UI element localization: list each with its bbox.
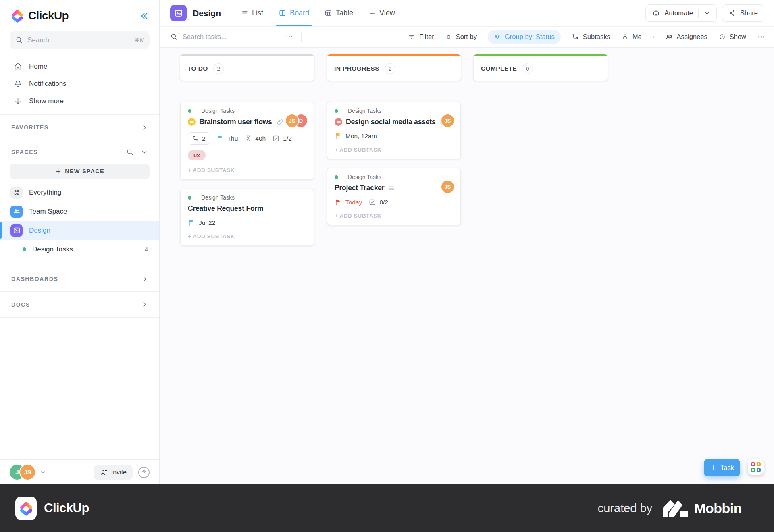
mobbin-name: Mobbin bbox=[694, 501, 742, 516]
column-in-progress: IN PROGRESS 2 Design Tasks Design social bbox=[327, 54, 461, 225]
show-button[interactable]: Show bbox=[718, 33, 746, 41]
task-search[interactable] bbox=[170, 33, 293, 41]
avatar[interactable]: JS bbox=[19, 464, 36, 480]
subtasks-label: Subtasks bbox=[583, 33, 610, 41]
card-assignees[interactable]: JS bbox=[441, 114, 455, 128]
sidebar-item-design[interactable]: Design bbox=[0, 221, 159, 240]
app-dot bbox=[751, 468, 755, 472]
chevron-right-icon bbox=[141, 276, 148, 283]
card-title: Design social media assets bbox=[346, 118, 435, 126]
add-view-label: View bbox=[379, 9, 395, 17]
user-avatars[interactable]: J JS bbox=[9, 464, 36, 480]
add-subtask-button[interactable]: + ADD SUBTASK bbox=[188, 233, 306, 239]
search-options-ellipsis-icon[interactable] bbox=[285, 33, 293, 41]
sidebar-item-notifications[interactable]: Notifications bbox=[0, 75, 159, 92]
add-view-button[interactable]: View bbox=[368, 9, 395, 17]
card-list-row: Design Tasks bbox=[335, 174, 453, 180]
task-search-input[interactable] bbox=[183, 33, 285, 41]
filter-button[interactable]: Filter bbox=[408, 33, 434, 41]
docs-section[interactable]: DOCS bbox=[0, 292, 159, 318]
sidebar-search-input[interactable] bbox=[27, 36, 134, 44]
apps-launcher-button[interactable] bbox=[748, 459, 764, 475]
time-estimate-text: 40h bbox=[255, 135, 266, 142]
chevron-down-icon[interactable] bbox=[704, 10, 710, 17]
avatar[interactable]: JS bbox=[441, 114, 455, 128]
column-count: 0 bbox=[522, 63, 533, 74]
group-by-label: Group by: Status bbox=[505, 33, 555, 41]
task-card-brainstorm-user-flows[interactable]: Design Tasks Brainstorm user flows bbox=[180, 102, 314, 180]
table-view-icon bbox=[325, 9, 332, 17]
dot-separator bbox=[653, 36, 654, 38]
priority-medium-icon[interactable] bbox=[188, 118, 196, 126]
add-subtask-button[interactable]: + ADD SUBTASK bbox=[335, 213, 453, 219]
tab-board[interactable]: Board bbox=[279, 0, 309, 26]
assignees-button[interactable]: Assignees bbox=[665, 33, 707, 41]
chevron-right-icon bbox=[141, 124, 148, 131]
collapse-sidebar-icon[interactable] bbox=[139, 11, 149, 21]
tab-table[interactable]: Table bbox=[325, 0, 353, 26]
sidebar-item-team-space[interactable]: Team Space bbox=[0, 202, 159, 221]
column-header: TO DO 2 bbox=[180, 54, 314, 81]
card-assignees[interactable]: JS bbox=[441, 180, 455, 194]
share-button[interactable]: Share bbox=[722, 4, 764, 22]
chevron-down-icon[interactable] bbox=[40, 469, 46, 475]
app-dot bbox=[757, 462, 761, 466]
me-label: Me bbox=[633, 33, 642, 41]
invite-button[interactable]: Invite bbox=[94, 465, 133, 480]
column-name: TO DO bbox=[187, 65, 208, 72]
sidebar-search[interactable]: ⌘K bbox=[10, 31, 150, 49]
checklist-text: 1/2 bbox=[283, 135, 292, 142]
add-subtask-button[interactable]: + ADD SUBTASK bbox=[188, 167, 306, 173]
flag-icon bbox=[335, 132, 342, 140]
spaces-section-header[interactable]: SPACES bbox=[0, 140, 159, 164]
show-label: Show bbox=[730, 33, 746, 41]
add-task-button[interactable]: Task bbox=[704, 459, 740, 476]
sort-by-button[interactable]: Sort by bbox=[445, 33, 477, 41]
list-color-dot bbox=[188, 109, 191, 113]
task-card-project-tracker[interactable]: Design Tasks Project Tracker JS bbox=[327, 168, 461, 225]
sidebar-item-everything[interactable]: Everything bbox=[0, 183, 159, 202]
me-filter-button[interactable]: Me bbox=[621, 33, 642, 41]
space-label: Everything bbox=[29, 189, 61, 197]
automate-button[interactable]: Automate bbox=[645, 4, 717, 22]
sidebar-item-design-tasks[interactable]: Design Tasks 4 bbox=[0, 240, 159, 259]
card-title: Brainstorm user flows bbox=[199, 118, 272, 126]
divider bbox=[698, 9, 699, 18]
description-lines-icon bbox=[388, 184, 396, 192]
group-by-button[interactable]: Group by: Status bbox=[488, 30, 561, 44]
card-assignees[interactable]: JS D bbox=[285, 114, 308, 128]
docs-label: DOCS bbox=[11, 301, 30, 308]
tab-list[interactable]: List bbox=[241, 0, 263, 26]
tag-ux[interactable]: ux bbox=[188, 150, 206, 160]
kanban-board: TO DO 2 Design Tasks Brainstorm user flo bbox=[160, 48, 774, 484]
list-color-dot bbox=[335, 109, 338, 113]
share-label: Share bbox=[740, 9, 758, 17]
subtasks-button[interactable]: Subtasks bbox=[572, 33, 610, 41]
task-card-design-social-media-assets[interactable]: Design Tasks Design social media assets bbox=[327, 102, 461, 159]
subtask-count-pill[interactable]: 2 bbox=[188, 132, 210, 145]
avatar[interactable]: JS bbox=[285, 114, 299, 128]
avatar[interactable]: JS bbox=[441, 180, 455, 194]
checklist-progress: 0/2 bbox=[368, 198, 388, 206]
priority-blocked-icon[interactable] bbox=[335, 118, 342, 126]
help-button[interactable]: ? bbox=[138, 467, 150, 478]
new-space-button[interactable]: NEW SPACE bbox=[10, 164, 150, 179]
board-toolbar: Filter Sort by G bbox=[160, 27, 774, 48]
add-subtask-button[interactable]: + ADD SUBTASK bbox=[335, 147, 453, 153]
favorites-section[interactable]: FAVORITES bbox=[0, 114, 159, 140]
sidebar-item-show-more[interactable]: Show more bbox=[0, 92, 159, 110]
card-list-row: Design Tasks bbox=[188, 194, 306, 201]
subtasks-icon bbox=[572, 33, 579, 41]
card-list-row: Design Tasks bbox=[188, 108, 306, 114]
chevron-down-icon[interactable] bbox=[141, 148, 148, 156]
due-date-text: Today bbox=[345, 199, 362, 206]
more-options-ellipsis-icon[interactable] bbox=[757, 33, 765, 41]
dashboards-section[interactable]: DASHBOARDS bbox=[0, 266, 159, 292]
sidebar-brand: ClickUp bbox=[0, 0, 159, 29]
subtask-count: 2 bbox=[202, 135, 206, 142]
spaces-search-icon[interactable] bbox=[126, 148, 133, 156]
home-icon bbox=[14, 62, 22, 71]
sidebar-item-home[interactable]: Home bbox=[0, 58, 159, 75]
task-card-creative-request-form[interactable]: Design Tasks Creative Request Form bbox=[180, 189, 314, 246]
due-date: Jul 22 bbox=[188, 219, 215, 227]
